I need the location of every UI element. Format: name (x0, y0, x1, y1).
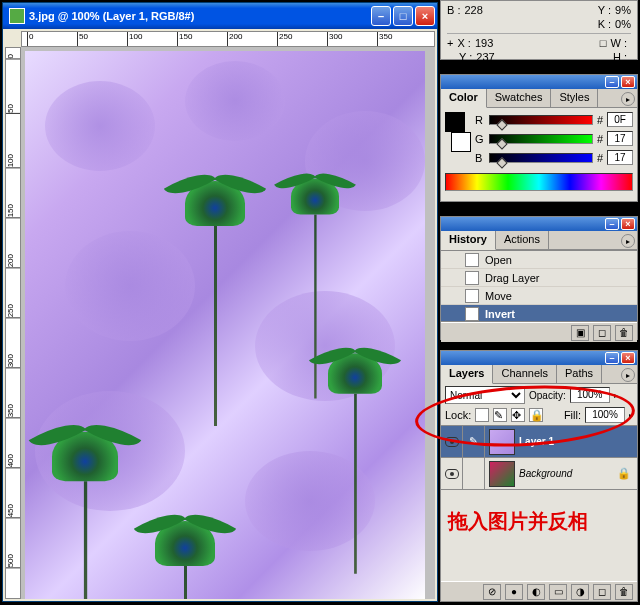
history-item-label: Drag Layer (485, 272, 539, 284)
canvas-area[interactable] (21, 47, 435, 599)
layer-thumbnail[interactable] (489, 429, 515, 455)
tab-history[interactable]: History (441, 231, 496, 250)
slider-g[interactable] (489, 134, 593, 144)
panel-close-button[interactable]: × (621, 76, 635, 88)
blend-mode-select[interactable]: Normal (445, 386, 525, 404)
history-step-icon (465, 289, 479, 303)
history-footer: ▣ ◻ 🗑 (441, 322, 637, 342)
info-value: 237 (476, 50, 494, 64)
color-spectrum[interactable] (445, 173, 633, 191)
layer-row[interactable]: Background 🔒 (441, 458, 637, 490)
tab-paths[interactable]: Paths (557, 365, 602, 383)
history-step-icon (465, 271, 479, 285)
layer-visibility-toggle[interactable] (441, 426, 463, 457)
ruler-tick: 0 (27, 32, 33, 46)
background-color-swatch[interactable] (451, 132, 471, 152)
value-b[interactable] (607, 150, 633, 165)
panel-minimize-button[interactable]: – (605, 352, 619, 364)
ruler-tick: 350 (377, 32, 392, 46)
minimize-button[interactable]: – (371, 6, 391, 26)
document-titlebar[interactable]: 3.jpg @ 100% (Layer 1, RGB/8#) – □ × (3, 3, 437, 29)
layer-visibility-toggle[interactable] (441, 458, 463, 489)
new-layer-button[interactable]: ◻ (593, 584, 611, 600)
info-label: W : (611, 36, 628, 50)
ruler-tick: 50 (77, 32, 88, 46)
history-item[interactable]: Drag Layer (441, 269, 637, 287)
ruler-vertical[interactable]: 0 50 100 150 200 250 300 350 400 450 500 (5, 47, 21, 599)
new-snapshot-button[interactable]: ◻ (593, 325, 611, 341)
opacity-value[interactable]: 100% (570, 387, 610, 403)
layer-name[interactable]: Background (519, 468, 617, 479)
ruler-horizontal[interactable]: 0 50 100 150 200 250 300 350 (21, 31, 435, 47)
new-group-button[interactable]: ▭ (549, 584, 567, 600)
document-title: 3.jpg @ 100% (Layer 1, RGB/8#) (29, 10, 371, 22)
history-item[interactable]: Move (441, 287, 637, 305)
info-panel: B :228 Y :9% K :0% +X :193 □W : Y :237 H… (440, 0, 638, 60)
lock-all-button[interactable]: 🔒 (529, 408, 543, 422)
crosshair-icon: + (447, 36, 453, 50)
layer-row[interactable]: ✎ Layer 1 (441, 426, 637, 458)
slider-r[interactable] (489, 115, 593, 125)
tab-color[interactable]: Color (441, 89, 487, 108)
delete-layer-button[interactable]: 🗑 (615, 584, 633, 600)
panel-close-button[interactable]: × (621, 352, 635, 364)
ruler-tick: 250 (277, 32, 292, 46)
annotation-text: 拖入图片并反相 (448, 508, 588, 535)
info-value: 228 (464, 3, 482, 17)
panel-menu-button[interactable] (621, 92, 635, 106)
layer-link-toggle[interactable]: ✎ (463, 426, 485, 457)
ruler-tick: 300 (6, 353, 20, 368)
info-value: 0% (615, 17, 631, 31)
layer-style-button[interactable]: ● (505, 584, 523, 600)
panel-menu-button[interactable] (621, 234, 635, 248)
tab-layers[interactable]: Layers (441, 365, 493, 384)
ruler-tick: 200 (6, 253, 20, 268)
ruler-tick: 50 (6, 103, 20, 114)
tab-swatches[interactable]: Swatches (487, 89, 552, 107)
panel-titlebar[interactable]: – × (441, 75, 637, 89)
layer-mask-button[interactable]: ◐ (527, 584, 545, 600)
value-g[interactable] (607, 131, 633, 146)
value-r[interactable] (607, 112, 633, 127)
fill-value[interactable]: 100% (585, 407, 625, 423)
eye-icon (445, 437, 459, 447)
close-button[interactable]: × (415, 6, 435, 26)
panel-titlebar[interactable]: – × (441, 217, 637, 231)
lock-image-button[interactable]: ✎ (493, 408, 507, 422)
history-item-current[interactable]: Invert (441, 305, 637, 322)
slider-b[interactable] (489, 153, 593, 163)
layer-link-toggle[interactable] (463, 458, 485, 489)
dimensions-icon: □ (600, 36, 607, 50)
chevron-down-icon[interactable]: ▸ (629, 411, 633, 420)
adjustment-layer-button[interactable]: ◑ (571, 584, 589, 600)
lock-transparency-button[interactable] (475, 408, 489, 422)
foreground-color-swatch[interactable] (445, 112, 465, 132)
layers-tabs: Layers Channels Paths (441, 365, 637, 384)
panel-minimize-button[interactable]: – (605, 76, 619, 88)
color-swatch[interactable] (445, 112, 471, 152)
layer-list: ✎ Layer 1 Background 🔒 (441, 426, 637, 490)
image-canvas[interactable] (25, 51, 425, 599)
history-item-label: Invert (485, 308, 515, 320)
history-item[interactable]: Open (441, 251, 637, 269)
info-label: X : (457, 36, 470, 50)
tab-channels[interactable]: Channels (493, 365, 556, 383)
lock-position-button[interactable]: ✥ (511, 408, 525, 422)
delete-state-button[interactable]: 🗑 (615, 325, 633, 341)
opacity-label: Opacity: (529, 390, 566, 401)
tab-styles[interactable]: Styles (551, 89, 598, 107)
panel-menu-button[interactable] (621, 368, 635, 382)
layer-thumbnail[interactable] (489, 461, 515, 487)
maximize-button[interactable]: □ (393, 6, 413, 26)
new-doc-from-state-button[interactable]: ▣ (571, 325, 589, 341)
lock-icon: 🔒 (617, 467, 631, 480)
tab-actions[interactable]: Actions (496, 231, 549, 249)
chevron-down-icon[interactable]: ▸ (614, 391, 618, 400)
panel-titlebar[interactable]: – × (441, 351, 637, 365)
info-label: H : (613, 50, 627, 64)
hex-icon: # (597, 133, 603, 145)
panel-minimize-button[interactable]: – (605, 218, 619, 230)
link-layers-button[interactable]: ⊘ (483, 584, 501, 600)
panel-close-button[interactable]: × (621, 218, 635, 230)
layer-name[interactable]: Layer 1 (519, 436, 637, 447)
